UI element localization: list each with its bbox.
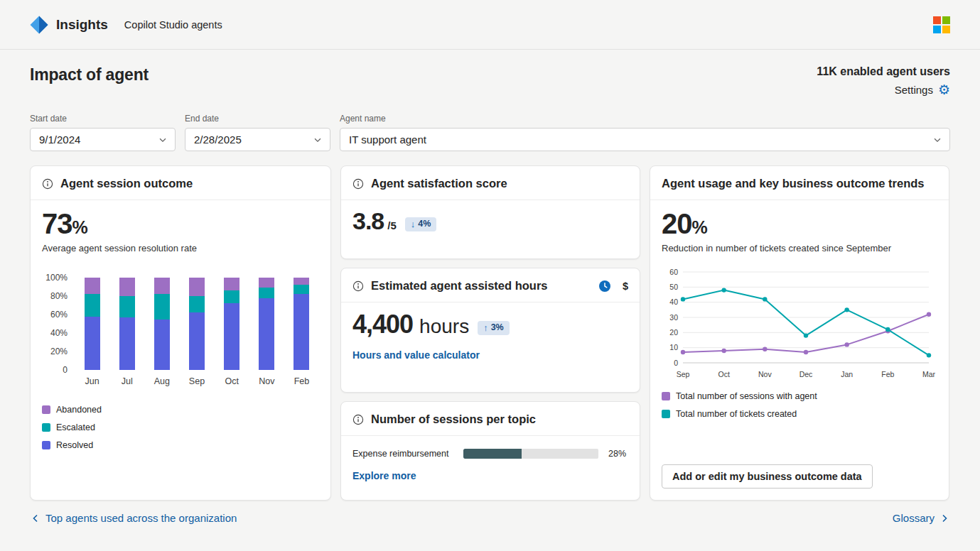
page-header: Impact of agent 11K enabled agent users … (0, 50, 980, 97)
legend-item-sessions: Total number of sessions with agent (662, 391, 937, 401)
app-subtitle: Copilot Studio agents (124, 19, 222, 31)
end-date-select[interactable]: 2/28/2025 (185, 128, 330, 151)
app-title: Insights (56, 17, 108, 33)
delta-value: 4% (418, 219, 431, 229)
metric-unit: % (692, 218, 708, 236)
resolved-swatch (42, 441, 50, 449)
usage-trends-chart: 0102030405060SepOctNovDecJanFebMar (662, 265, 937, 384)
start-date-value: 9/1/2024 (39, 133, 80, 146)
svg-text:Sep: Sep (677, 370, 690, 378)
glossary-label: Glossary (893, 512, 935, 524)
topic-percent: 28% (608, 449, 626, 459)
settings-button[interactable]: Settings ⚙ (895, 83, 950, 97)
assisted-hours-body: 4,400 hours ↑ 3% Hours and value calcula… (341, 302, 640, 372)
svg-text:Jan: Jan (841, 370, 853, 378)
start-date-label: Start date (30, 114, 176, 124)
agent-name-value: IT support agent (349, 133, 426, 146)
usage-trends-header: Agent usage and key business outcome tre… (650, 166, 949, 200)
chevron-right-icon (939, 513, 950, 524)
session-outcome-x-labels: JunJulAugSepOctNovFeb (75, 376, 319, 386)
tickets-reduction-metric: 20 % (662, 209, 937, 239)
arrow-down-icon: ↓ (411, 219, 416, 229)
chevron-down-icon (313, 135, 323, 145)
svg-text:10: 10 (669, 343, 678, 351)
end-date-filter: End date 2/28/2025 (185, 114, 330, 151)
agent-session-outcome-card: Agent session outcome 73 % Average agent… (30, 165, 331, 501)
card-title: Estimated agent assisted hours (371, 279, 548, 293)
abandoned-swatch (42, 405, 50, 414)
delta-value: 3% (491, 323, 504, 332)
legend-label: Total number of sessions with agent (676, 391, 817, 401)
sessions-topic-header: Number of sessions per topic (341, 402, 640, 436)
top-agents-link[interactable]: Top agents used across the organization (30, 512, 237, 524)
session-outcome-y-axis: 100%80%60%40%20%0 (42, 278, 75, 370)
hours-value: 4,400 (352, 311, 413, 338)
session-outcome-bars (75, 278, 319, 370)
usage-trends-body: 20 % Reduction in number of tickets crea… (650, 200, 949, 500)
end-date-label: End date (185, 114, 330, 124)
card-title: Agent satisfaction score (371, 177, 507, 190)
metric-caption: Average agent session resolution rate (42, 243, 319, 253)
legend-item-tickets: Total number of tickets created (662, 409, 937, 419)
legend-label: Total number of tickets created (676, 409, 797, 419)
svg-text:Feb: Feb (881, 370, 894, 378)
satisfaction-delta-badge: ↓ 4% (405, 217, 437, 231)
agent-name-select[interactable]: IT support agent (340, 128, 950, 151)
arrow-up-icon: ↑ (483, 323, 488, 333)
middle-column: Agent satisfaction score 3.8 /5 ↓ 4% (340, 165, 640, 501)
agent-satisfaction-card: Agent satisfaction score 3.8 /5 ↓ 4% (340, 165, 640, 259)
add-business-outcome-button[interactable]: Add or edit my business outcome data (662, 464, 873, 489)
glossary-link[interactable]: Glossary (893, 512, 950, 524)
svg-text:0: 0 (674, 359, 678, 367)
svg-text:Mar: Mar (922, 370, 936, 378)
usage-trends-card: Agent usage and key business outcome tre… (650, 165, 949, 501)
svg-text:60: 60 (669, 268, 678, 276)
ms-square-blue (933, 26, 941, 33)
satisfaction-denominator: /5 (387, 220, 397, 231)
satisfaction-body: 3.8 /5 ↓ 4% (341, 200, 640, 246)
session-outcome-chart: 100%80%60%40%20%0 JunJulAugSepOctNovFeb (42, 278, 319, 386)
session-outcome-header: Agent session outcome (31, 166, 330, 200)
agent-name-filter: Agent name IT support agent (340, 114, 950, 151)
dollar-icon[interactable]: $ (623, 280, 628, 292)
explore-more-link[interactable]: Explore more (352, 470, 416, 481)
footer-nav: Top agents used across the organization … (0, 501, 980, 535)
metric-caption: Reduction in number of tickets created s… (662, 243, 937, 253)
assisted-hours-metric: 4,400 hours ↑ 3% (352, 311, 628, 338)
card-title: Number of sessions per topic (371, 413, 536, 426)
end-date-value: 2/28/2025 (194, 133, 242, 146)
session-outcome-plot: JunJulAugSepOctNovFeb (75, 278, 319, 386)
satisfaction-metric: 3.8 /5 ↓ 4% (352, 209, 628, 234)
start-date-select[interactable]: 9/1/2024 (30, 128, 176, 151)
topic-label: Expense reimbursement (352, 449, 463, 459)
hours-value-calculator-link[interactable]: Hours and value calculator (352, 349, 480, 361)
info-icon[interactable] (42, 178, 53, 190)
usage-trends-legend: Total number of sessions with agent Tota… (662, 391, 937, 419)
metric-value: 73 (42, 209, 72, 239)
chevron-down-icon (932, 135, 942, 145)
topic-progress-bar (463, 449, 598, 459)
legend-item-resolved: Resolved (42, 440, 319, 450)
ms-square-red (933, 16, 941, 24)
hours-view-toggles: $ (598, 280, 628, 293)
legend-label: Escalated (56, 422, 95, 432)
cards-row: Agent session outcome 73 % Average agent… (0, 151, 980, 501)
legend-label: Abandoned (56, 405, 102, 415)
legend-item-abandoned: Abandoned (42, 405, 319, 415)
info-icon[interactable] (352, 178, 364, 190)
tickets-swatch (662, 410, 670, 418)
metric-value: 20 (662, 209, 692, 239)
ms-square-green (942, 16, 950, 24)
info-icon[interactable] (352, 280, 364, 292)
clock-icon[interactable] (598, 280, 611, 293)
chevron-down-icon (158, 135, 168, 145)
start-date-filter: Start date 9/1/2024 (30, 114, 176, 151)
svg-text:Oct: Oct (718, 370, 729, 378)
brand: Insights Copilot Studio agents (30, 16, 222, 34)
svg-text:Dec: Dec (799, 370, 813, 378)
satisfaction-score: 3.8 (352, 209, 384, 234)
microsoft-logo-icon (933, 16, 950, 33)
info-icon[interactable] (352, 414, 364, 425)
resolution-rate-metric: 73 % (42, 209, 319, 239)
session-outcome-legend: Abandoned Escalated Resolved (42, 405, 319, 450)
